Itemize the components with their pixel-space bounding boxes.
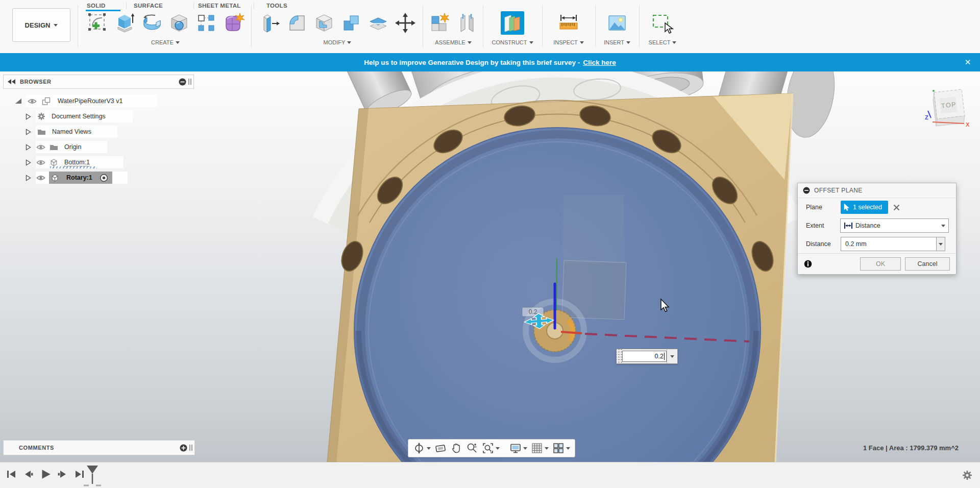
split-body-button[interactable] <box>366 11 390 35</box>
browser-title: BROWSER <box>20 79 52 85</box>
tab-surface[interactable]: SURFACE <box>134 1 163 10</box>
go-to-start-button[interactable] <box>5 468 17 482</box>
visibility-eye-icon[interactable] <box>28 99 37 104</box>
panel-resize-grip[interactable] <box>189 445 192 451</box>
create-form-button[interactable] <box>222 11 245 35</box>
pattern-button[interactable] <box>194 11 218 35</box>
select-tool-button[interactable] <box>651 11 674 35</box>
design-menu-label: DESIGN <box>25 21 51 29</box>
expand-closed-icon[interactable] <box>26 175 31 181</box>
fillet-button[interactable] <box>285 11 309 35</box>
tab-sheet-metal[interactable]: SHEET METAL <box>198 1 241 10</box>
tree-item-root[interactable]: WaterPipeRouterV3 v1 <box>3 95 194 107</box>
joint-button[interactable] <box>455 11 479 35</box>
move-copy-button[interactable] <box>394 11 417 35</box>
play-button[interactable] <box>39 468 52 483</box>
group-label-assemble[interactable]: ASSEMBLE <box>435 39 471 45</box>
viewcube[interactable]: TOP Z X <box>925 89 970 128</box>
group-label-select[interactable]: SELECT <box>649 39 677 45</box>
chevron-down-icon <box>427 447 431 450</box>
expand-closed-icon[interactable] <box>26 113 31 120</box>
expand-open-icon[interactable] <box>14 97 21 105</box>
clear-selection-icon[interactable] <box>893 204 900 211</box>
extent-dropdown[interactable]: Distance <box>840 218 949 233</box>
tree-item-named-views[interactable]: Named Views <box>3 126 194 138</box>
display-settings-button[interactable] <box>509 442 527 454</box>
revolve-button[interactable] <box>140 11 164 35</box>
timeline-settings-gear-icon[interactable] <box>962 470 973 483</box>
zoom-button[interactable] <box>466 442 478 454</box>
collapse-dialog-icon[interactable] <box>803 187 810 194</box>
group-label-create[interactable]: CREATE <box>151 39 180 45</box>
banner-close-button[interactable]: ✕ <box>963 57 973 67</box>
viewports-button[interactable] <box>552 442 570 454</box>
extrude-button[interactable] <box>113 11 137 35</box>
tree-item-document-settings[interactable]: Document Settings <box>3 110 194 123</box>
look-at-button[interactable] <box>434 442 447 454</box>
chevron-down-icon <box>672 41 676 44</box>
expand-closed-icon[interactable] <box>26 159 31 166</box>
step-forward-button[interactable] <box>57 468 69 482</box>
tree-item-rotary-selected[interactable]: Rotary:1 <box>3 172 194 184</box>
fit-button[interactable] <box>482 442 500 454</box>
collapse-panel-icon[interactable] <box>8 79 16 84</box>
expand-closed-icon[interactable] <box>26 144 31 151</box>
floating-distance-input[interactable]: 0.2 <box>616 349 678 364</box>
comments-panel[interactable]: COMMENTS <box>3 440 195 455</box>
orbit-button[interactable] <box>413 442 431 454</box>
tree-item-origin[interactable]: Origin <box>3 141 194 153</box>
hole-button[interactable] <box>167 11 191 35</box>
chevron-down-icon <box>941 225 945 227</box>
visibility-eye-icon[interactable] <box>36 144 45 150</box>
add-comment-icon[interactable] <box>180 444 187 452</box>
group-label-construct[interactable]: CONSTRUCT <box>492 39 533 45</box>
timeline-position-marker[interactable] <box>82 463 104 488</box>
browser-header: BROWSER <box>3 75 194 89</box>
offset-plane-tool-button-active[interactable] <box>501 11 524 35</box>
plane-selection-button[interactable]: 1 selected <box>841 201 888 214</box>
tree-item-bottom[interactable]: Bottom:1 <box>3 156 194 168</box>
group-modify: MODIFY <box>255 11 420 45</box>
drag-handle[interactable] <box>617 349 622 363</box>
dialog-header[interactable]: OFFSET PLANE <box>798 183 956 198</box>
collapse-browser-icon[interactable] <box>179 78 186 86</box>
distance-dropdown-button[interactable] <box>937 237 945 251</box>
model-viewport[interactable]: 0.2 TOP Z X <box>0 71 980 462</box>
pan-button[interactable] <box>450 442 462 454</box>
insert-image-button[interactable] <box>605 11 629 35</box>
shell-button[interactable] <box>312 11 336 35</box>
measure-button[interactable] <box>557 11 580 35</box>
chevron-down-icon <box>566 447 570 450</box>
chevron-down-icon <box>670 355 674 358</box>
visibility-eye-icon[interactable] <box>36 175 45 181</box>
group-label-inspect[interactable]: INSPECT <box>553 39 584 45</box>
cancel-button[interactable]: Cancel <box>905 257 950 271</box>
expand-closed-icon[interactable] <box>26 129 31 135</box>
chevron-down-icon <box>54 24 58 27</box>
value-dropdown-button[interactable] <box>667 349 677 363</box>
group-label-modify[interactable]: MODIFY <box>324 39 352 45</box>
visibility-eye-icon[interactable] <box>36 160 45 165</box>
create-sketch-button[interactable] <box>86 11 110 35</box>
plane-row: Plane 1 selected <box>798 198 956 216</box>
press-pull-button[interactable] <box>258 11 282 35</box>
group-label-insert[interactable]: INSERT <box>604 39 630 45</box>
panel-resize-grip[interactable] <box>188 79 191 85</box>
group-assemble: ASSEMBLE <box>427 11 480 45</box>
timeline-playback-controls <box>5 468 86 483</box>
tab-solid[interactable]: SOLID <box>87 1 106 10</box>
new-component-button[interactable] <box>428 11 452 35</box>
navigation-toolbar <box>408 439 575 457</box>
design-workspace-menu[interactable]: DESIGN <box>12 8 70 42</box>
activate-component-radio[interactable] <box>100 174 108 182</box>
tab-tools[interactable]: TOOLS <box>266 1 287 10</box>
step-back-button[interactable] <box>22 468 34 482</box>
info-icon[interactable] <box>804 260 812 268</box>
grid-snap-button[interactable] <box>531 442 549 454</box>
ok-button[interactable]: OK <box>860 257 901 271</box>
distance-input[interactable]: 0.2 mm <box>841 237 937 251</box>
extent-row: Extent Distance <box>798 216 956 235</box>
banner-survey-link[interactable]: Click here <box>583 59 616 66</box>
combine-button[interactable] <box>339 11 363 35</box>
distance-value-field[interactable]: 0.2 <box>622 351 667 362</box>
